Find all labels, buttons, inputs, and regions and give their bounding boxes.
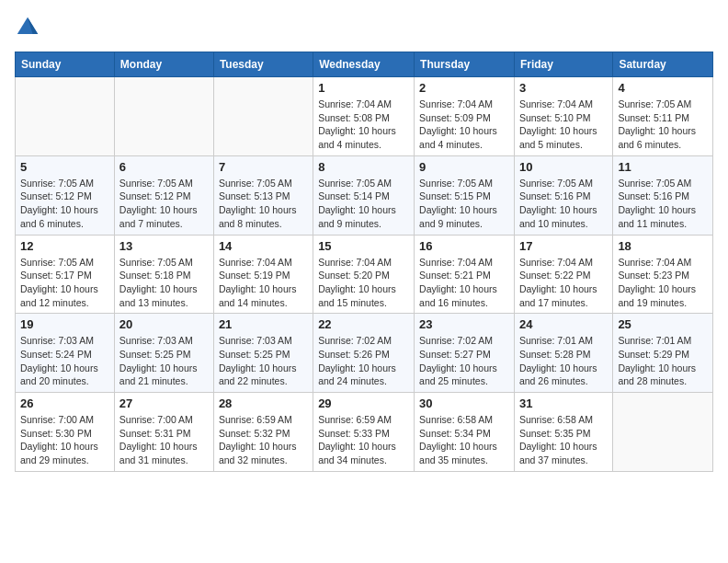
calendar-cell: 13Sunrise: 7:05 AMSunset: 5:18 PMDayligh… — [114, 235, 213, 314]
calendar-cell: 6Sunrise: 7:05 AMSunset: 5:12 PMDaylight… — [114, 155, 213, 235]
day-info: Sunrise: 7:04 AMSunset: 5:23 PMDaylight:… — [618, 256, 708, 310]
day-number: 18 — [618, 239, 708, 253]
calendar-cell: 11Sunrise: 7:05 AMSunset: 5:16 PMDayligh… — [613, 155, 713, 235]
calendar-cell: 7Sunrise: 7:05 AMSunset: 5:13 PMDaylight… — [213, 155, 313, 235]
calendar-cell: 3Sunrise: 7:04 AMSunset: 5:10 PMDaylight… — [514, 77, 612, 156]
calendar-cell: 16Sunrise: 7:04 AMSunset: 5:21 PMDayligh… — [415, 235, 515, 314]
calendar-cell: 29Sunrise: 6:59 AMSunset: 5:33 PMDayligh… — [313, 393, 415, 472]
day-info: Sunrise: 7:00 AMSunset: 5:31 PMDaylight:… — [119, 413, 209, 467]
calendar-cell — [114, 77, 213, 156]
weekday-header: Sunday — [16, 52, 115, 77]
calendar-cell: 1Sunrise: 7:04 AMSunset: 5:08 PMDaylight… — [313, 77, 415, 156]
calendar-cell: 28Sunrise: 6:59 AMSunset: 5:32 PMDayligh… — [213, 393, 313, 472]
day-number: 9 — [419, 160, 509, 174]
calendar-cell: 5Sunrise: 7:05 AMSunset: 5:12 PMDaylight… — [16, 155, 115, 235]
day-number: 26 — [20, 396, 109, 410]
calendar-cell: 4Sunrise: 7:05 AMSunset: 5:11 PMDaylight… — [613, 77, 713, 156]
day-info: Sunrise: 6:59 AMSunset: 5:33 PMDaylight:… — [318, 413, 409, 467]
day-info: Sunrise: 6:58 AMSunset: 5:34 PMDaylight:… — [419, 413, 509, 467]
logo — [15, 15, 44, 40]
page-header — [15, 15, 713, 40]
day-info: Sunrise: 7:04 AMSunset: 5:21 PMDaylight:… — [419, 256, 509, 310]
calendar-cell: 20Sunrise: 7:03 AMSunset: 5:25 PMDayligh… — [114, 314, 213, 393]
day-info: Sunrise: 7:05 AMSunset: 5:16 PMDaylight:… — [618, 177, 708, 231]
day-number: 30 — [419, 396, 509, 410]
calendar-cell: 2Sunrise: 7:04 AMSunset: 5:09 PMDaylight… — [415, 77, 515, 156]
day-number: 20 — [119, 317, 209, 331]
day-number: 1 — [318, 81, 409, 95]
calendar-cell: 14Sunrise: 7:04 AMSunset: 5:19 PMDayligh… — [213, 235, 313, 314]
day-number: 29 — [318, 396, 409, 410]
calendar-week-row: 1Sunrise: 7:04 AMSunset: 5:08 PMDaylight… — [16, 77, 713, 156]
day-info: Sunrise: 6:59 AMSunset: 5:32 PMDaylight:… — [219, 413, 308, 467]
day-info: Sunrise: 7:05 AMSunset: 5:17 PMDaylight:… — [20, 256, 109, 310]
calendar-cell — [16, 77, 115, 156]
day-number: 22 — [318, 317, 409, 331]
day-info: Sunrise: 7:04 AMSunset: 5:10 PMDaylight:… — [519, 98, 608, 152]
day-info: Sunrise: 7:02 AMSunset: 5:27 PMDaylight:… — [419, 334, 509, 388]
day-number: 7 — [219, 160, 308, 174]
calendar-cell: 10Sunrise: 7:05 AMSunset: 5:16 PMDayligh… — [514, 155, 612, 235]
day-info: Sunrise: 7:03 AMSunset: 5:25 PMDaylight:… — [219, 334, 308, 388]
day-info: Sunrise: 7:05 AMSunset: 5:12 PMDaylight:… — [20, 177, 109, 231]
calendar-cell: 31Sunrise: 6:58 AMSunset: 5:35 PMDayligh… — [514, 393, 612, 472]
calendar-cell: 30Sunrise: 6:58 AMSunset: 5:34 PMDayligh… — [415, 393, 515, 472]
day-info: Sunrise: 7:02 AMSunset: 5:26 PMDaylight:… — [318, 334, 409, 388]
day-info: Sunrise: 7:04 AMSunset: 5:22 PMDaylight:… — [519, 256, 608, 310]
calendar-cell: 19Sunrise: 7:03 AMSunset: 5:24 PMDayligh… — [16, 314, 115, 393]
day-number: 31 — [519, 396, 608, 410]
weekday-header: Monday — [114, 52, 213, 77]
day-number: 13 — [119, 239, 209, 253]
day-number: 12 — [20, 239, 109, 253]
day-info: Sunrise: 7:01 AMSunset: 5:28 PMDaylight:… — [519, 334, 608, 388]
day-info: Sunrise: 7:03 AMSunset: 5:24 PMDaylight:… — [20, 334, 109, 388]
day-info: Sunrise: 7:01 AMSunset: 5:29 PMDaylight:… — [618, 334, 708, 388]
day-info: Sunrise: 7:05 AMSunset: 5:12 PMDaylight:… — [119, 177, 209, 231]
day-number: 27 — [119, 396, 209, 410]
day-info: Sunrise: 6:58 AMSunset: 5:35 PMDaylight:… — [519, 413, 608, 467]
day-number: 10 — [519, 160, 608, 174]
weekday-header: Tuesday — [213, 52, 313, 77]
calendar-cell: 17Sunrise: 7:04 AMSunset: 5:22 PMDayligh… — [514, 235, 612, 314]
day-info: Sunrise: 7:05 AMSunset: 5:15 PMDaylight:… — [419, 177, 509, 231]
calendar-header-row: SundayMondayTuesdayWednesdayThursdayFrid… — [16, 52, 713, 77]
calendar-cell: 12Sunrise: 7:05 AMSunset: 5:17 PMDayligh… — [16, 235, 115, 314]
calendar-cell: 8Sunrise: 7:05 AMSunset: 5:14 PMDaylight… — [313, 155, 415, 235]
calendar-cell: 24Sunrise: 7:01 AMSunset: 5:28 PMDayligh… — [514, 314, 612, 393]
calendar-week-row: 19Sunrise: 7:03 AMSunset: 5:24 PMDayligh… — [16, 314, 713, 393]
day-number: 3 — [519, 81, 608, 95]
day-number: 16 — [419, 239, 509, 253]
calendar-cell: 9Sunrise: 7:05 AMSunset: 5:15 PMDaylight… — [415, 155, 515, 235]
calendar-week-row: 5Sunrise: 7:05 AMSunset: 5:12 PMDaylight… — [16, 155, 713, 235]
calendar-cell: 15Sunrise: 7:04 AMSunset: 5:20 PMDayligh… — [313, 235, 415, 314]
day-info: Sunrise: 7:05 AMSunset: 5:13 PMDaylight:… — [219, 177, 308, 231]
logo-icon — [15, 15, 40, 40]
calendar-cell: 25Sunrise: 7:01 AMSunset: 5:29 PMDayligh… — [613, 314, 713, 393]
day-info: Sunrise: 7:04 AMSunset: 5:19 PMDaylight:… — [219, 256, 308, 310]
day-number: 14 — [219, 239, 308, 253]
day-number: 2 — [419, 81, 509, 95]
day-number: 8 — [318, 160, 409, 174]
day-number: 4 — [618, 81, 708, 95]
calendar-cell: 27Sunrise: 7:00 AMSunset: 5:31 PMDayligh… — [114, 393, 213, 472]
day-number: 6 — [119, 160, 209, 174]
day-number: 19 — [20, 317, 109, 331]
calendar-cell — [213, 77, 313, 156]
weekday-header: Saturday — [613, 52, 713, 77]
day-info: Sunrise: 7:04 AMSunset: 5:08 PMDaylight:… — [318, 98, 409, 152]
weekday-header: Thursday — [415, 52, 515, 77]
weekday-header: Friday — [514, 52, 612, 77]
calendar-cell: 21Sunrise: 7:03 AMSunset: 5:25 PMDayligh… — [213, 314, 313, 393]
day-number: 21 — [219, 317, 308, 331]
calendar-cell: 26Sunrise: 7:00 AMSunset: 5:30 PMDayligh… — [16, 393, 115, 472]
calendar-cell: 18Sunrise: 7:04 AMSunset: 5:23 PMDayligh… — [613, 235, 713, 314]
calendar-cell: 23Sunrise: 7:02 AMSunset: 5:27 PMDayligh… — [415, 314, 515, 393]
weekday-header: Wednesday — [313, 52, 415, 77]
day-info: Sunrise: 7:05 AMSunset: 5:16 PMDaylight:… — [519, 177, 608, 231]
day-number: 28 — [219, 396, 308, 410]
day-number: 15 — [318, 239, 409, 253]
day-number: 11 — [618, 160, 708, 174]
day-number: 17 — [519, 239, 608, 253]
day-info: Sunrise: 7:05 AMSunset: 5:11 PMDaylight:… — [618, 98, 708, 152]
calendar-cell: 22Sunrise: 7:02 AMSunset: 5:26 PMDayligh… — [313, 314, 415, 393]
